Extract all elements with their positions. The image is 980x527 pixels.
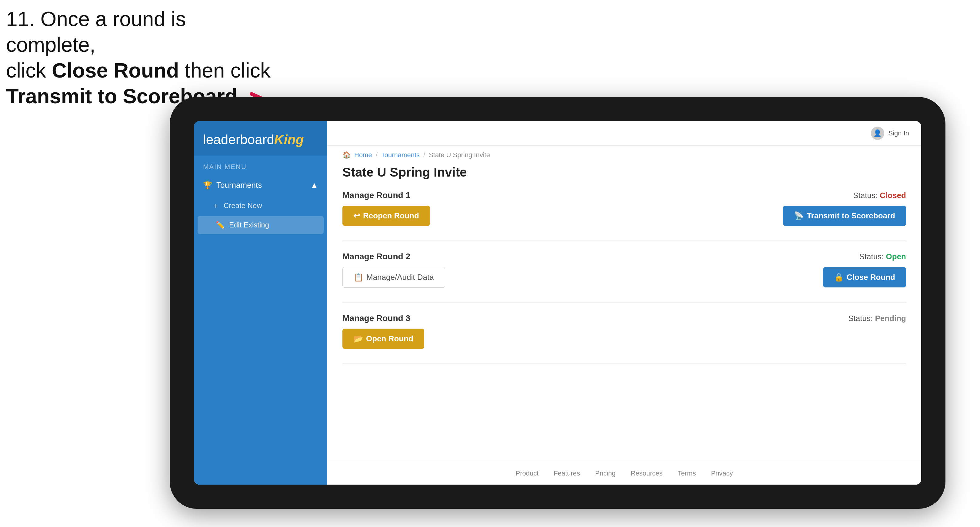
reopen-icon: ↩ xyxy=(353,211,360,221)
home-icon: 🏠 xyxy=(342,151,351,159)
round-2-buttons-row: 📋 Manage/Audit Data 🔒 Close Round xyxy=(342,267,906,288)
breadcrumb: 🏠 Home / Tournaments / State U Spring In… xyxy=(327,146,921,160)
sidebar-item-tournaments[interactable]: 🏆 Tournaments ▲ xyxy=(194,175,327,196)
footer-terms[interactable]: Terms xyxy=(678,470,696,477)
tablet-screen: leaderboardKing MAIN MENU 🏆 Tournaments … xyxy=(194,121,921,484)
top-nav: 👤 Sign In xyxy=(327,121,921,146)
create-new-label: Create New xyxy=(224,202,262,210)
footer-features[interactable]: Features xyxy=(554,470,580,477)
edit-icon: ✏️ xyxy=(216,221,225,229)
plus-icon: ＋ xyxy=(212,201,220,211)
close-round-label: Close Round xyxy=(847,273,895,282)
round-3-status: Status: Pending xyxy=(848,314,906,323)
sidebar-create-new[interactable]: ＋ Create New xyxy=(194,196,327,215)
instruction-line1: 11. Once a round is complete, xyxy=(6,7,186,56)
round-1-buttons-row: ↩ Reopen Round 📡 Transmit to Scoreboard xyxy=(342,206,906,226)
page-body: State U Spring Invite Manage Round 1 Sta… xyxy=(327,160,921,462)
round-1-header-row: Manage Round 1 Status: Closed xyxy=(342,190,906,200)
sidebar: leaderboardKing MAIN MENU 🏆 Tournaments … xyxy=(194,121,327,484)
open-round-button[interactable]: 📂 Open Round xyxy=(342,329,424,349)
round-section-2: Manage Round 2 Status: Open 📋 Manage/Aud… xyxy=(342,252,906,303)
sidebar-tournaments-label: Tournaments xyxy=(216,181,262,190)
instruction-line3: then click xyxy=(179,59,270,82)
reopen-round-button[interactable]: ↩ Reopen Round xyxy=(342,206,430,226)
round-3-header-row: Manage Round 3 Status: Pending xyxy=(342,313,906,323)
round-3-label: Manage Round 3 xyxy=(342,313,410,323)
close-round-button[interactable]: 🔒 Close Round xyxy=(823,267,906,287)
round-1-status: Status: Closed xyxy=(853,191,906,200)
open-icon: 📂 xyxy=(353,334,363,343)
app-layout: leaderboardKing MAIN MENU 🏆 Tournaments … xyxy=(194,121,921,484)
round-2-status: Status: Open xyxy=(859,252,906,261)
breadcrumb-sep1: / xyxy=(376,151,377,159)
avatar: 👤 xyxy=(871,127,884,140)
chevron-icon: ▲ xyxy=(310,181,318,190)
trophy-icon: 🏆 xyxy=(203,181,212,190)
page-title: State U Spring Invite xyxy=(342,165,906,179)
tablet-shell: leaderboardKing MAIN MENU 🏆 Tournaments … xyxy=(170,97,945,509)
round-2-header-row: Manage Round 2 Status: Open xyxy=(342,252,906,261)
page-footer: Product Features Pricing Resources Terms… xyxy=(327,462,921,484)
logo: leaderboardKing xyxy=(203,132,318,147)
round-1-label: Manage Round 1 xyxy=(342,190,410,200)
close-icon: 🔒 xyxy=(834,273,844,282)
manage-audit-data-button[interactable]: 📋 Manage/Audit Data xyxy=(342,267,445,288)
footer-resources[interactable]: Resources xyxy=(631,470,662,477)
sidebar-menu-label: MAIN MENU xyxy=(194,156,327,175)
instruction-block: 11. Once a round is complete, click Clos… xyxy=(6,6,279,109)
footer-pricing[interactable]: Pricing xyxy=(595,470,616,477)
instruction-bold1: Close Round xyxy=(52,59,179,82)
audit-icon: 📋 xyxy=(354,273,363,282)
round-3-status-value: Pending xyxy=(875,314,906,323)
round-section-3: Manage Round 3 Status: Pending 📂 Open Ro… xyxy=(342,313,906,364)
round-1-status-value: Closed xyxy=(880,191,906,200)
logo-king: King xyxy=(274,132,304,147)
sign-in-area[interactable]: 👤 Sign In xyxy=(871,127,909,140)
transmit-icon: 📡 xyxy=(794,211,803,221)
round-2-label: Manage Round 2 xyxy=(342,252,410,261)
breadcrumb-tournaments[interactable]: Tournaments xyxy=(381,151,420,159)
breadcrumb-home[interactable]: Home xyxy=(354,151,372,159)
round-section-1: Manage Round 1 Status: Closed ↩ Reopen R… xyxy=(342,190,906,241)
breadcrumb-current: State U Spring Invite xyxy=(429,151,490,159)
transmit-scoreboard-label: Transmit to Scoreboard xyxy=(807,211,895,221)
round-2-status-value: Open xyxy=(886,252,906,261)
manage-audit-label: Manage/Audit Data xyxy=(366,273,434,282)
sidebar-logo: leaderboardKing xyxy=(194,121,327,156)
footer-product[interactable]: Product xyxy=(515,470,538,477)
sidebar-edit-existing[interactable]: ✏️ Edit Existing xyxy=(197,216,324,234)
open-round-label: Open Round xyxy=(366,334,413,343)
transmit-scoreboard-button[interactable]: 📡 Transmit to Scoreboard xyxy=(783,206,906,226)
footer-privacy[interactable]: Privacy xyxy=(711,470,733,477)
sign-in-label: Sign In xyxy=(888,129,909,137)
round-3-buttons-row: 📂 Open Round xyxy=(342,329,906,349)
reopen-round-label: Reopen Round xyxy=(363,211,419,221)
instruction-line2: click xyxy=(6,59,52,82)
logo-leaderboard: leaderboard xyxy=(203,132,274,147)
edit-existing-label: Edit Existing xyxy=(229,221,269,229)
main-content: 👤 Sign In 🏠 Home / Tournaments / State U… xyxy=(327,121,921,484)
breadcrumb-sep2: / xyxy=(423,151,425,159)
